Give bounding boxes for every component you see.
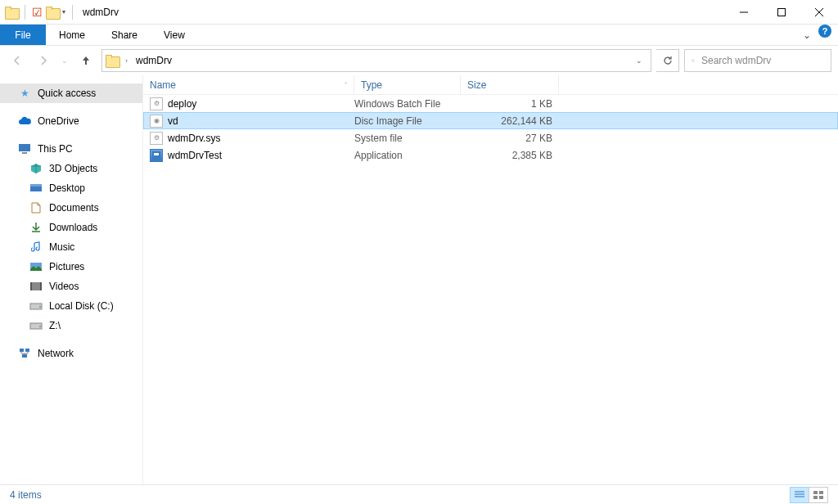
- ribbon-expand-icon[interactable]: ⌄: [795, 25, 818, 45]
- column-header-name[interactable]: Name ˆ: [143, 75, 354, 94]
- cloud-icon: [18, 115, 31, 128]
- large-icons-view-button[interactable]: [809, 487, 828, 503]
- svg-rect-12: [30, 282, 32, 290]
- forward-button[interactable]: [33, 50, 54, 71]
- navpane-documents[interactable]: Documents: [0, 198, 142, 218]
- refresh-button[interactable]: [656, 49, 679, 72]
- svg-rect-26: [813, 491, 818, 494]
- new-folder-qat-icon[interactable]: [46, 7, 59, 18]
- quick-access-toolbar: ☑ ▾: [0, 5, 76, 20]
- svg-rect-22: [154, 153, 159, 155]
- title-bar: ☑ ▾ wdmDrv: [0, 0, 838, 25]
- navpane-desktop[interactable]: Desktop: [0, 178, 142, 198]
- qat-dropdown-icon[interactable]: ▾: [62, 8, 65, 16]
- navpane-label: 3D Objects: [49, 163, 97, 174]
- properties-qat-icon[interactable]: ☑: [32, 6, 43, 19]
- details-view-button[interactable]: [790, 487, 809, 503]
- svg-point-17: [39, 326, 41, 327]
- up-button[interactable]: [75, 50, 97, 71]
- document-icon: [29, 201, 43, 214]
- svg-rect-1: [778, 8, 786, 16]
- search-icon: [692, 55, 695, 66]
- search-box[interactable]: [684, 49, 831, 72]
- picture-icon: [29, 260, 43, 273]
- tab-view[interactable]: View: [151, 25, 198, 45]
- svg-rect-13: [40, 282, 42, 290]
- maximize-button[interactable]: [763, 0, 800, 25]
- navpane-quick-access[interactable]: ★ Quick access: [0, 83, 142, 103]
- svg-rect-20: [22, 354, 27, 358]
- chevron-right-icon[interactable]: ›: [124, 56, 129, 65]
- svg-rect-27: [819, 491, 823, 494]
- navpane-label: Downloads: [49, 222, 97, 233]
- navpane-3d-objects[interactable]: 3D Objects: [0, 159, 142, 178]
- close-button[interactable]: [800, 0, 838, 25]
- file-type: Windows Batch File: [354, 98, 461, 110]
- body-area: ★ Quick access OneDrive This PC 3D Objec…: [0, 75, 838, 484]
- navpane-downloads[interactable]: Downloads: [0, 218, 142, 237]
- navpane-local-disk-c[interactable]: Local Disk (C:): [0, 296, 142, 316]
- navpane-label: Network: [38, 348, 74, 359]
- help-icon[interactable]: ?: [818, 25, 831, 38]
- navpane-label: Z:\: [49, 320, 61, 331]
- file-size: 2,385 KB: [461, 150, 559, 161]
- file-name: wdmDrvTest: [168, 150, 222, 161]
- navpane-label: Quick access: [38, 88, 96, 99]
- navpane-onedrive[interactable]: OneDrive: [0, 111, 142, 131]
- cube-icon: [29, 162, 43, 175]
- svg-rect-28: [813, 496, 818, 499]
- navpane-this-pc[interactable]: This PC: [0, 139, 142, 159]
- column-label: Size: [467, 79, 486, 91]
- column-header-type[interactable]: Type: [354, 75, 461, 94]
- star-icon: ★: [18, 87, 31, 100]
- file-row[interactable]: ◉vdDisc Image File262,144 KB: [143, 112, 838, 129]
- status-bar: 4 items: [0, 484, 838, 504]
- separator: [25, 5, 25, 20]
- navpane-videos[interactable]: Videos: [0, 277, 142, 296]
- breadcrumb-segment[interactable]: wdmDrv: [134, 55, 173, 66]
- navpane-label: Music: [49, 241, 74, 253]
- separator: [72, 5, 73, 20]
- file-icon: ⚙: [150, 97, 163, 110]
- file-tab[interactable]: File: [0, 25, 46, 45]
- navpane-disk-z[interactable]: Z:\: [0, 316, 142, 335]
- download-icon: [29, 221, 43, 234]
- window-title: wdmDrv: [76, 7, 119, 18]
- svg-point-15: [39, 306, 41, 308]
- file-type: Application: [354, 150, 461, 161]
- navpane-label: This PC: [38, 143, 73, 155]
- status-item-count: 4 items: [10, 489, 42, 501]
- recent-locations-button[interactable]: ⌄: [59, 50, 70, 71]
- address-dropdown-icon[interactable]: ⌄: [631, 56, 647, 65]
- music-icon: [29, 241, 43, 254]
- navpane-label: Pictures: [49, 261, 84, 272]
- monitor-icon: [18, 142, 31, 155]
- file-row[interactable]: wdmDrvTestApplication2,385 KB: [143, 146, 838, 164]
- column-label: Name: [150, 79, 176, 91]
- back-button[interactable]: [7, 50, 28, 71]
- navpane-label: Documents: [49, 202, 99, 214]
- svg-rect-19: [25, 349, 29, 352]
- folder-icon: [106, 55, 119, 66]
- file-row[interactable]: ⚙wdmDrv.sysSystem file27 KB: [143, 129, 838, 146]
- address-bar[interactable]: › wdmDrv ⌄: [101, 49, 651, 72]
- svg-line-5: [694, 61, 695, 62]
- navigation-pane[interactable]: ★ Quick access OneDrive This PC 3D Objec…: [0, 75, 143, 484]
- file-type: System file: [354, 133, 461, 144]
- folder-icon: [5, 7, 18, 18]
- navigation-bar: ⌄ › wdmDrv ⌄: [0, 46, 838, 75]
- file-name: deploy: [168, 98, 196, 110]
- navpane-network[interactable]: Network: [0, 344, 142, 363]
- column-header-size[interactable]: Size: [461, 75, 559, 94]
- navpane-music[interactable]: Music: [0, 237, 142, 257]
- tab-home[interactable]: Home: [46, 25, 98, 45]
- file-rows[interactable]: ⚙deployWindows Batch File1 KB◉vdDisc Ima…: [143, 95, 838, 484]
- file-type: Disc Image File: [354, 115, 461, 127]
- file-name: wdmDrv.sys: [168, 133, 220, 144]
- search-input[interactable]: [701, 55, 824, 66]
- tab-share[interactable]: Share: [98, 25, 151, 45]
- minimize-button[interactable]: [725, 0, 763, 25]
- file-row[interactable]: ⚙deployWindows Batch File1 KB: [143, 95, 838, 112]
- column-headers: Name ˆ Type Size: [143, 75, 838, 95]
- navpane-pictures[interactable]: Pictures: [0, 257, 142, 277]
